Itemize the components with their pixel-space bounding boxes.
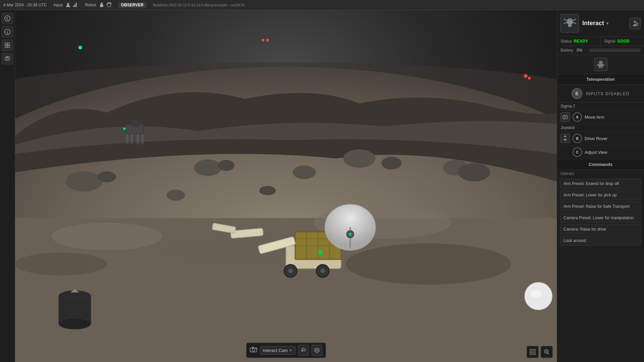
svg-point-40 [259,186,276,195]
svg-point-31 [218,160,234,171]
camera-settings-button[interactable] [2,53,13,64]
svg-rect-93 [530,353,532,355]
e-button-label: E [576,91,579,96]
signal-value: GOOD [617,39,630,44]
svg-point-123 [601,62,602,63]
cube-button[interactable] [312,345,322,356]
svg-rect-45 [137,134,139,142]
status-row: Status READY Signal GOOD [557,37,644,46]
search-icon [543,349,550,355]
cube-icon [314,348,320,353]
svg-point-73 [59,318,91,329]
pin-button[interactable] [298,345,309,356]
person-icon [65,2,71,8]
cmd-look-around[interactable]: Look around [560,236,641,246]
e-button[interactable]: E [572,88,582,99]
robot-name-dropdown[interactable]: Interact ▼ [582,20,626,27]
datetime-section: 4 Mar 2024 - 20:39 UTC [3,3,47,7]
svg-rect-119 [601,67,602,68]
bottom-right-tools [527,346,553,358]
cam-select-dropdown[interactable]: Interact Cam ▼ [260,346,295,355]
robot-section: Robot: [85,2,111,8]
drive-rover-label: Drive Rover [585,136,641,141]
inputs-disabled-text: INPUTS DISABLED [586,91,630,96]
cmd-raise-transport[interactable]: Arm Preset: Raise for Safe Transport [560,201,641,212]
input-label: Input: [53,3,63,7]
svg-point-65 [349,233,352,236]
robot-icon [99,2,104,8]
svg-point-77 [78,46,82,49]
svg-point-122 [599,62,600,63]
robot-action-button[interactable] [629,18,641,29]
camera-icon [250,347,257,354]
svg-line-86 [302,350,304,352]
back-button[interactable] [2,13,13,24]
camera-overlay-icon [4,56,10,62]
svg-point-76 [531,290,542,298]
svg-rect-3 [75,4,76,7]
adjust-view-label: Adjust View [585,150,641,155]
svg-rect-7 [101,7,101,7]
refresh-icon [106,2,112,8]
input-section: Input: [53,2,78,8]
svg-point-38 [458,163,490,182]
svg-rect-117 [598,64,603,67]
info-button[interactable]: i [2,26,13,38]
datetime: 4 Mar 2024 - 20:39 UTC [3,3,47,7]
commands-section: Interact Arm Preset: Extend for drop off… [557,170,644,362]
sigma-icon-svg [562,114,569,120]
svg-point-115 [637,24,637,25]
observer-label: OBSERVER [118,2,146,8]
robot-mode-button[interactable] [594,58,607,71]
top-bar: 4 Mar 2024 - 20:39 UTC Input: Robot: OBS… [0,0,644,10]
main-content: i [0,10,644,362]
grid-button[interactable] [527,346,539,358]
svg-point-79 [266,39,269,42]
svg-line-120 [597,64,598,66]
svg-rect-46 [141,134,144,142]
cmd-camera-lower[interactable]: Camera Preset: Lower for manipulation [560,213,641,223]
svg-point-83 [252,349,255,351]
svg-point-81 [528,77,531,79]
grid-icon [529,349,536,355]
svg-rect-14 [5,43,7,45]
camera-feed-button[interactable] [2,40,13,51]
status-value: READY [574,39,588,44]
observer-section: OBSERVER [118,2,146,8]
svg-point-80 [524,74,527,78]
svg-point-108 [575,18,576,20]
svg-rect-101 [568,24,572,27]
back-arrow-icon [4,15,10,21]
svg-rect-2 [74,5,75,7]
svg-rect-6 [100,5,103,7]
robot-icon-row [557,55,644,74]
buildroot-text: Buildroot 2022.02.12 5.15.113-rt64-preem… [153,3,245,7]
cam-svg-icon [250,347,257,353]
battery-label: Battery [560,48,573,53]
svg-rect-8 [102,7,103,7]
bottom-toolbar: Interact Cam ▼ [246,343,326,358]
svg-rect-84 [252,347,253,348]
cmd-camera-raise[interactable]: Camera: Raise for drive [560,224,641,234]
svg-point-128 [564,135,566,137]
cmd-extend-drop[interactable]: Arm Preset: Extend for drop off [560,179,641,189]
svg-point-34 [293,165,316,179]
drive-rover-row: B Drive Rover [557,132,644,145]
svg-point-35 [66,171,102,191]
status-label: Status [560,39,572,44]
svg-point-33 [381,157,401,169]
zoom-button[interactable] [541,346,553,358]
svg-point-25 [52,223,162,250]
teleoperation-header: Teleoperation [557,74,644,85]
svg-point-28 [345,243,511,285]
move-arm-row: A Move Arm [557,110,644,124]
moon-viewport [15,10,557,362]
status-cell: Status READY [557,37,601,46]
signal-cell: Signal GOOD [601,37,644,46]
battery-row: Battery 0% [557,46,644,55]
svg-point-107 [564,23,565,24]
cmd-lower-pick[interactable]: Arm Preset: Lower for pick up [560,190,641,200]
inputs-disabled-row: E INPUTS DISABLED [557,85,644,103]
svg-point-11 [5,16,10,21]
cam-select-label: Interact Cam [263,348,287,353]
